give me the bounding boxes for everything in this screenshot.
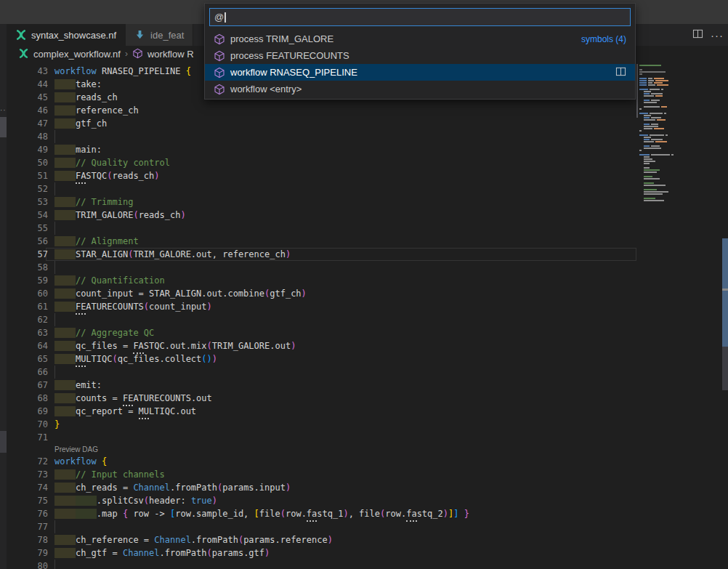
code-line-76[interactable]: 76 .map { row -> [row.sample_id, [file(r… bbox=[7, 507, 728, 520]
code-line-79[interactable]: 79 ch_gtf = Channel.fromPath(params.gtf) bbox=[7, 546, 728, 560]
quick-open-palette: @ process TRIM_GALOREsymbols (4)process … bbox=[204, 3, 636, 100]
code-line-70[interactable]: 70} bbox=[7, 418, 728, 431]
symbol-label: process TRIM_GALORE bbox=[230, 33, 333, 44]
line-number: 74 bbox=[7, 481, 48, 494]
symbol-label: workflow <entry> bbox=[230, 84, 302, 94]
code-line-54[interactable]: 54 TRIM_GALORE(reads_ch) bbox=[7, 209, 728, 222]
tab-label: syntax_showcase.nf bbox=[31, 30, 116, 41]
line-number: 76 bbox=[7, 507, 48, 520]
nextflow-icon bbox=[15, 29, 27, 41]
text-cursor bbox=[225, 12, 226, 23]
line-number: 75 bbox=[7, 494, 48, 507]
code-line-47[interactable]: 47 gtf_ch bbox=[7, 117, 728, 130]
symbol-item-3[interactable]: workflow <entry> bbox=[205, 81, 635, 97]
code-line-49[interactable]: 49 main: bbox=[7, 143, 728, 156]
code-line-48[interactable]: 48 bbox=[7, 130, 728, 143]
line-number: 77 bbox=[7, 520, 48, 533]
code-line-46[interactable]: 46 reference_ch bbox=[7, 104, 728, 117]
code-line-68[interactable]: 68 counts = FEATURECOUNTS.out bbox=[7, 392, 728, 405]
line-number: 65 bbox=[7, 352, 48, 366]
code-line-52[interactable]: 52 bbox=[7, 182, 728, 195]
line-number: 47 bbox=[7, 117, 48, 130]
left-pane-scroll-block2[interactable] bbox=[0, 431, 7, 453]
line-number: 61 bbox=[7, 300, 48, 313]
tab-syntax-showcase[interactable]: syntax_showcase.nf bbox=[7, 24, 126, 46]
left-pane-scroll-block[interactable] bbox=[0, 117, 7, 137]
code-line-50[interactable]: 50 // Quality control bbox=[7, 156, 728, 169]
breadcrumb-separator: › bbox=[125, 49, 128, 59]
line-number: 52 bbox=[7, 182, 48, 195]
scrollbar-slider[interactable] bbox=[722, 238, 728, 347]
code-line-64[interactable]: 64 qc_files = FASTQC.out.mix(TRIM_GALORE… bbox=[7, 339, 728, 352]
code-line-66[interactable]: 66 bbox=[7, 366, 728, 379]
symbol-cube-icon bbox=[214, 67, 225, 78]
symbol-list: process TRIM_GALOREsymbols (4)process FE… bbox=[205, 31, 635, 99]
breadcrumb-file[interactable]: complex_workflow.nf bbox=[18, 48, 121, 60]
tab-ide-features[interactable]: ide_feat bbox=[126, 24, 193, 46]
code-line-60[interactable]: 60 count_input = STAR_ALIGN.out.combine(… bbox=[7, 287, 728, 300]
code-line-57[interactable]: 57 STAR_ALIGN(TRIM_GALORE.out, reference… bbox=[7, 248, 728, 261]
breadcrumb-symbol[interactable]: workflow R bbox=[132, 48, 194, 60]
line-number: 60 bbox=[7, 287, 48, 300]
line-number: 62 bbox=[7, 313, 48, 326]
code-editor[interactable]: 43workflow RNASEQ_PIPELINE {44 take:45 r… bbox=[7, 62, 728, 569]
line-number: 50 bbox=[7, 156, 48, 169]
minimap[interactable] bbox=[638, 62, 711, 203]
code-line-58[interactable]: 58 bbox=[7, 261, 728, 274]
line-number: 49 bbox=[7, 143, 48, 156]
line-number: 54 bbox=[7, 209, 48, 222]
code-line-65[interactable]: 65 MULTIQC(qc_files.collect()) bbox=[7, 352, 728, 366]
line-number: 57 bbox=[7, 248, 48, 261]
line-number: 73 bbox=[7, 468, 48, 481]
vscode-window: ··· syntax_showcase.nf ide_feat bbox=[0, 0, 728, 569]
codelens-preview-dag[interactable]: Preview DAG bbox=[7, 444, 728, 455]
code-line-61[interactable]: 61 FEATURECOUNTS(count_input) bbox=[7, 300, 728, 313]
symbol-item-2[interactable]: workflow RNASEQ_PIPELINE bbox=[205, 64, 635, 81]
code-line-62[interactable]: 62 bbox=[7, 313, 728, 326]
code-line-72[interactable]: 72workflow { bbox=[7, 455, 728, 468]
line-number: 66 bbox=[7, 366, 48, 379]
open-to-side-icon[interactable] bbox=[615, 66, 626, 79]
code-line-59[interactable]: 59 // Quantification bbox=[7, 274, 728, 287]
line-number: 43 bbox=[7, 65, 48, 78]
vertical-scrollbar[interactable] bbox=[722, 62, 728, 569]
line-number: 44 bbox=[7, 78, 48, 91]
code-line-51[interactable]: 51 FASTQC(reads_ch) bbox=[7, 169, 728, 182]
quick-open-input[interactable]: @ bbox=[209, 8, 631, 26]
line-number: 78 bbox=[7, 533, 48, 546]
split-editor-icon[interactable] bbox=[692, 28, 703, 42]
symbol-label: workflow RNASEQ_PIPELINE bbox=[230, 67, 357, 78]
code-line-67[interactable]: 67 emit: bbox=[7, 379, 728, 392]
code-line-73[interactable]: 73 // Input channels bbox=[7, 468, 728, 481]
symbol-item-0[interactable]: process TRIM_GALOREsymbols (4) bbox=[205, 31, 635, 47]
symbol-cube-icon bbox=[132, 48, 144, 60]
code-line-71[interactable]: 71 bbox=[7, 431, 728, 444]
code-line-77[interactable]: 77 bbox=[7, 520, 728, 533]
editor-actions: ··· bbox=[692, 24, 724, 46]
symbols-count-badge[interactable]: symbols (4) bbox=[581, 34, 626, 44]
code-line-53[interactable]: 53 // Trimming bbox=[7, 195, 728, 209]
breadcrumb-file-label: complex_workflow.nf bbox=[33, 49, 121, 60]
code-line-56[interactable]: 56 // Alignment bbox=[7, 235, 728, 248]
line-number: 71 bbox=[7, 431, 48, 444]
line-number: 56 bbox=[7, 235, 48, 248]
code-line-69[interactable]: 69 qc_report = MULTIQC.out bbox=[7, 405, 728, 418]
code-line-63[interactable]: 63 // Aggregate QC bbox=[7, 326, 728, 339]
more-actions-icon[interactable]: ··· bbox=[711, 29, 724, 41]
line-number: 46 bbox=[7, 104, 48, 117]
code-lines: 43workflow RNASEQ_PIPELINE {44 take:45 r… bbox=[7, 65, 728, 569]
code-line-55[interactable]: 55 bbox=[7, 222, 728, 235]
code-line-74[interactable]: 74 ch_reads = Channel.fromPath(params.in… bbox=[7, 481, 728, 494]
line-number: 53 bbox=[7, 195, 48, 209]
code-line-80[interactable]: 80 bbox=[7, 560, 728, 569]
line-number: 51 bbox=[7, 169, 48, 182]
code-line-75[interactable]: 75 .splitCsv(header: true) bbox=[7, 494, 728, 507]
tab-label: ide_feat bbox=[150, 30, 184, 41]
symbol-item-1[interactable]: process FEATURECOUNTS bbox=[205, 47, 635, 64]
overview-ruler-mark bbox=[722, 288, 728, 291]
line-number: 80 bbox=[7, 560, 48, 569]
code-line-78[interactable]: 78 ch_reference = Channel.fromPath(param… bbox=[7, 533, 728, 546]
left-pane-sliver: ··· bbox=[0, 24, 7, 569]
breadcrumb-symbol-label: workflow R bbox=[147, 49, 194, 60]
scrollbar-block bbox=[722, 347, 728, 390]
